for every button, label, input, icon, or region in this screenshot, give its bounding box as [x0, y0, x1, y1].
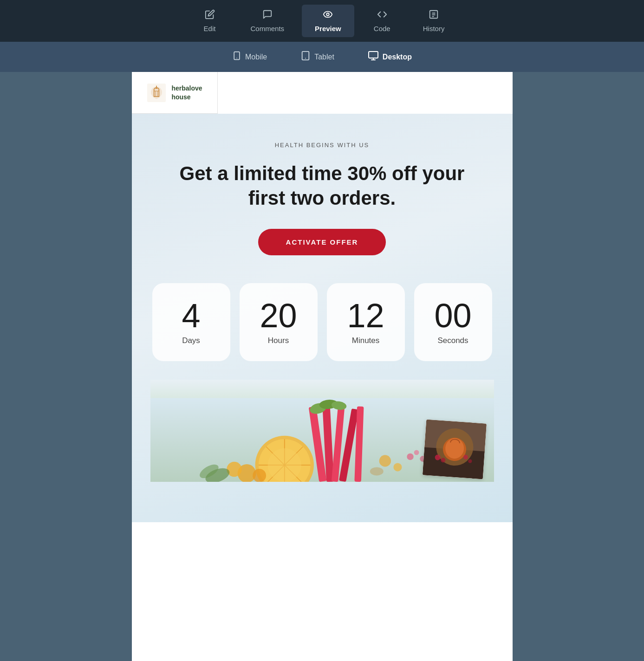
svg-point-42 — [407, 454, 413, 460]
toolbar: Edit Comments Preview Code — [0, 0, 644, 42]
tablet-option[interactable]: Tablet — [293, 47, 342, 67]
desktop-label: Desktop — [383, 53, 412, 61]
hours-value: 20 — [260, 299, 297, 332]
hero-section: HEALTH BEGINS WITH US Get a limited time… — [132, 114, 513, 522]
svg-rect-9 — [369, 52, 378, 58]
countdown-minutes: 12 Minutes — [327, 283, 405, 361]
edit-icon — [205, 9, 215, 22]
photo-inner-right — [422, 420, 486, 480]
headline-part1: Get a limited time — [180, 162, 348, 184]
history-icon — [429, 9, 439, 22]
minutes-label: Minutes — [352, 336, 380, 345]
hours-label: Hours — [268, 336, 289, 345]
svg-point-43 — [414, 450, 419, 455]
svg-point-40 — [393, 463, 402, 471]
svg-point-29 — [227, 462, 241, 477]
svg-rect-7 — [302, 51, 309, 59]
mobile-option[interactable]: Mobile — [225, 47, 274, 67]
comments-icon — [262, 9, 273, 22]
headline: Get a limited time 30% off your first tw… — [178, 162, 466, 210]
svg-rect-5 — [234, 52, 240, 59]
headline-bold: 30% off — [347, 162, 416, 184]
edit-button[interactable]: Edit — [187, 5, 233, 37]
countdown-hours: 20 Hours — [240, 283, 318, 361]
code-icon — [377, 9, 387, 22]
photo-card-right — [422, 420, 486, 480]
preview-button[interactable]: Preview — [302, 5, 354, 37]
logo-header: herbalove house — [132, 72, 218, 114]
mobile-label: Mobile — [245, 53, 267, 61]
svg-point-30 — [253, 469, 266, 482]
desktop-icon — [368, 50, 379, 64]
svg-point-39 — [379, 455, 390, 467]
comments-label: Comments — [251, 25, 285, 32]
desktop-option[interactable]: Desktop — [360, 46, 419, 68]
email-preview: herbalove house HEALTH BEGINS WITH US Ge… — [132, 72, 513, 661]
preview-icon — [323, 9, 333, 22]
days-value: 4 — [182, 299, 200, 332]
preview-label: Preview — [315, 25, 341, 32]
svg-point-41 — [370, 467, 383, 475]
svg-point-0 — [327, 13, 330, 16]
tablet-icon — [300, 51, 311, 64]
svg-point-27 — [267, 448, 301, 482]
tablet-label: Tablet — [314, 53, 334, 61]
logo-text: herbalove house — [171, 84, 202, 101]
cta-button[interactable]: ACTIVATE OFFER — [258, 229, 386, 255]
minutes-value: 12 — [347, 299, 384, 332]
seconds-value: 00 — [434, 299, 471, 332]
history-button[interactable]: History — [410, 5, 458, 37]
mobile-icon — [232, 51, 241, 63]
logo-area: herbalove house — [146, 83, 202, 103]
tagline: HEALTH BEGINS WITH US — [275, 142, 370, 149]
countdown-seconds: 00 Seconds — [414, 283, 492, 361]
countdown-days: 4 Days — [152, 283, 230, 361]
edit-label: Edit — [204, 25, 216, 32]
history-label: History — [423, 25, 445, 32]
logo-icon — [146, 83, 167, 103]
code-label: Code — [374, 25, 390, 32]
days-label: Days — [182, 336, 200, 345]
comments-button[interactable]: Comments — [238, 5, 298, 37]
food-image-area — [150, 380, 494, 482]
countdown-row: 4 Days 20 Hours 12 Minutes 00 Seconds — [150, 283, 494, 361]
code-button[interactable]: Code — [359, 5, 405, 37]
device-bar: Mobile Tablet Desktop — [0, 42, 644, 72]
seconds-label: Seconds — [437, 336, 468, 345]
main-area: herbalove house HEALTH BEGINS WITH US Ge… — [0, 72, 644, 661]
